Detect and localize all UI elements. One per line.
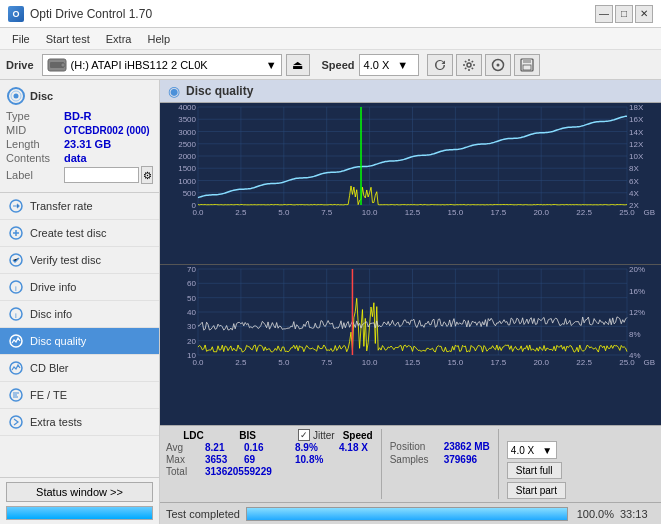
status-completed: Test completed: [166, 508, 240, 520]
charts-container: LDC Read speed Write speed: [160, 103, 661, 425]
menu-extra[interactable]: Extra: [98, 31, 140, 47]
nav-label-fe-te: FE / TE: [30, 389, 67, 401]
speed-label: Speed: [322, 59, 355, 71]
menu-bar: File Start test Extra Help: [0, 28, 661, 50]
drive-selector[interactable]: (H:) ATAPI iHBS112 2 CL0K ▼: [42, 54, 282, 76]
disc-info-icon: i: [8, 306, 24, 322]
menu-file[interactable]: File: [4, 31, 38, 47]
position-samples: Position 23862 MB Samples 379696: [390, 441, 490, 465]
title-bar-left: O Opti Drive Control 1.70: [8, 6, 152, 22]
nav-item-extra-tests[interactable]: Extra tests: [0, 409, 159, 436]
drive-bar: Drive (H:) ATAPI iHBS112 2 CL0K ▼ ⏏ Spee…: [0, 50, 661, 80]
speed-buttons: 4.0 X ▼ Start full Start part: [507, 441, 566, 499]
nav-item-disc-info[interactable]: i Disc info: [0, 301, 159, 328]
stats-divider2: [498, 429, 499, 499]
top-chart: LDC Read speed Write speed: [160, 103, 661, 265]
status-window-button[interactable]: Status window >>: [6, 482, 153, 502]
nav-item-drive-info[interactable]: i Drive info: [0, 274, 159, 301]
app-icon: O: [8, 6, 24, 22]
save-icon: [520, 58, 534, 72]
disc-label-row: Label ⚙: [6, 166, 153, 184]
max-bis: 69: [244, 454, 279, 465]
total-ldc: 3136205: [205, 466, 240, 477]
app-title: Opti Drive Control 1.70: [30, 7, 152, 21]
drive-info-icon: i: [8, 279, 24, 295]
label-apply-button[interactable]: ⚙: [141, 166, 153, 184]
bottom-chart: BIS Jitter: [160, 265, 661, 426]
top-chart-canvas: [160, 103, 657, 223]
chart-header-icon: ◉: [168, 83, 180, 99]
settings-button[interactable]: [456, 54, 482, 76]
nav-item-create-test-disc[interactable]: Create test disc: [0, 220, 159, 247]
svg-text:i: i: [15, 284, 17, 293]
speed-dropdown-arrow: ▼: [397, 59, 408, 71]
samples-label: Samples: [390, 454, 440, 465]
settings-icon: [462, 58, 476, 72]
length-label: Length: [6, 138, 64, 150]
nav-item-fe-te[interactable]: FE / TE: [0, 382, 159, 409]
close-button[interactable]: ✕: [635, 5, 653, 23]
progress-time: 33:13: [620, 508, 655, 520]
start-part-button[interactable]: Start part: [507, 482, 566, 499]
nav-item-verify-test-disc[interactable]: Verify test disc: [0, 247, 159, 274]
speed-value: 4.0 X: [364, 59, 390, 71]
menu-start-test[interactable]: Start test: [38, 31, 98, 47]
create-test-icon: [8, 225, 24, 241]
nav-item-transfer-rate[interactable]: Transfer rate: [0, 193, 159, 220]
disc-button[interactable]: [485, 54, 511, 76]
progress-row: [6, 506, 153, 520]
bottom-status: Test completed 100.0% 33:13: [160, 502, 661, 524]
jitter-checkbox[interactable]: ✓: [298, 429, 310, 441]
speed-selector[interactable]: 4.0 X ▼: [359, 54, 419, 76]
type-label: Type: [6, 110, 64, 122]
disc-mid-row: MID OTCBDR002 (000): [6, 124, 153, 136]
toolbar-buttons: [427, 54, 540, 76]
disc-icon: [491, 58, 505, 72]
progress-percentage: 100.0%: [574, 508, 614, 520]
eject-button[interactable]: ⏏: [286, 54, 310, 76]
refresh-button[interactable]: [427, 54, 453, 76]
nav-label-disc-info: Disc info: [30, 308, 72, 320]
extra-tests-icon: [8, 414, 24, 430]
main-layout: Disc Type BD-R MID OTCBDR002 (000) Lengt…: [0, 80, 661, 524]
speed-select-small[interactable]: 4.0 X ▼: [507, 441, 557, 459]
sidebar: Disc Type BD-R MID OTCBDR002 (000) Lengt…: [0, 80, 160, 524]
chart-title: Disc quality: [186, 84, 253, 98]
nav-label-extra-tests: Extra tests: [30, 416, 82, 428]
transfer-rate-icon: [8, 198, 24, 214]
position-label: Position: [390, 441, 440, 452]
mid-label: MID: [6, 124, 64, 136]
main-progress-fill: [247, 508, 567, 520]
disc-panel-icon: [6, 86, 26, 106]
disc-type-row: Type BD-R: [6, 110, 153, 122]
chart-header: ◉ Disc quality: [160, 80, 661, 103]
nav-item-cd-bler[interactable]: CD Bler: [0, 355, 159, 382]
svg-point-2: [61, 63, 65, 67]
contents-value: data: [64, 152, 87, 164]
save-button[interactable]: [514, 54, 540, 76]
menu-help[interactable]: Help: [139, 31, 178, 47]
svg-point-3: [467, 63, 471, 67]
bottom-chart-canvas: [160, 265, 657, 373]
svg-point-10: [14, 94, 19, 99]
refresh-icon: [433, 58, 447, 72]
nav-label-cd-bler: CD Bler: [30, 362, 69, 374]
nav-label-disc-quality: Disc quality: [30, 335, 86, 347]
mid-value: OTCBDR002 (000): [64, 125, 150, 136]
drive-dropdown-arrow: ▼: [266, 59, 277, 71]
main-content: ◉ Disc quality LDC Read speed: [160, 80, 661, 524]
drive-icon: [47, 57, 67, 73]
stats-divider: [381, 429, 382, 499]
label-input[interactable]: [64, 167, 139, 183]
nav-label-drive-info: Drive info: [30, 281, 76, 293]
nav-label-verify-test-disc: Verify test disc: [30, 254, 101, 266]
speed-select-arrow: ▼: [542, 445, 552, 456]
samples-value: 379696: [444, 454, 477, 465]
nav-item-disc-quality[interactable]: Disc quality: [0, 328, 159, 355]
minimize-button[interactable]: —: [595, 5, 613, 23]
svg-rect-7: [523, 59, 531, 63]
maximize-button[interactable]: □: [615, 5, 633, 23]
svg-text:i: i: [15, 311, 17, 320]
total-bis: 59229: [244, 466, 279, 477]
start-full-button[interactable]: Start full: [507, 462, 562, 479]
